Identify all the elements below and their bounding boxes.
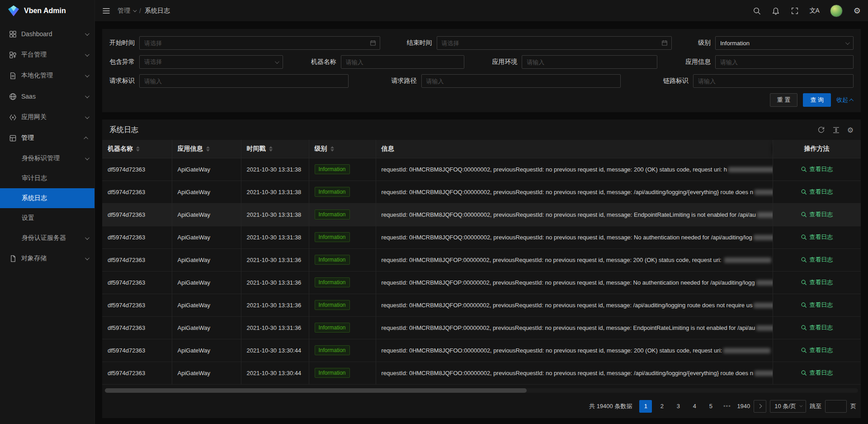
app-root: Vben Admin Dashboard 平台管理	[0, 0, 868, 424]
page-size-select[interactable]: 10 条/页	[770, 400, 806, 413]
pagination-page[interactable]: 1	[639, 400, 652, 413]
sidebar-item-label: 对象存储	[21, 254, 85, 262]
search-icon[interactable]	[753, 7, 761, 15]
refresh-icon[interactable]	[817, 126, 825, 134]
column-header-timestamp[interactable]: 时间戳	[241, 140, 309, 158]
sort-icon[interactable]	[136, 146, 140, 152]
sort-icon[interactable]	[330, 146, 334, 152]
sidebar-item-platform[interactable]: 平台管理	[0, 44, 94, 65]
app-env-input[interactable]	[522, 55, 657, 69]
settings-gear-icon[interactable]: ⚙	[854, 7, 861, 15]
sidebar-item-saas[interactable]: Saas	[0, 86, 94, 107]
pagination-page[interactable]: 4	[688, 400, 701, 413]
table-row: df5974d72363 ApiGateWay 2021-10-30 13:31…	[102, 271, 861, 294]
machine-name-input-box[interactable]	[341, 55, 464, 69]
cell-message: requestId: 0HMCRBM8JQFOQ:00000002, previ…	[376, 226, 773, 248]
sidebar-item-label: 身份认证服务器	[22, 234, 85, 242]
app-env-input-box[interactable]	[522, 55, 657, 69]
pagination-pages: 12345•••1940	[639, 400, 750, 413]
reset-button[interactable]: 重 置	[770, 93, 798, 107]
cell-level: Information	[309, 294, 376, 316]
translate-icon[interactable]: 文A	[810, 7, 819, 15]
sidebar-item-system-log[interactable]: 系统日志	[0, 188, 94, 208]
pagination-next-button[interactable]	[754, 400, 766, 413]
sidebar-item-audit-log[interactable]: 审计日志	[0, 168, 94, 188]
request-path-input[interactable]	[421, 74, 621, 88]
cell-machine-name: df5974d72363	[102, 248, 172, 271]
page-size-value: 10 条/页	[774, 402, 796, 410]
table-row: df5974d72363 ApiGateWay 2021-10-30 13:31…	[102, 203, 861, 226]
jump-page-input[interactable]	[825, 400, 847, 413]
exception-select[interactable]: 请选择	[139, 55, 283, 69]
cell-timestamp: 2021-10-30 13:31:36	[241, 248, 309, 271]
sidebar-item-localization[interactable]: 本地化管理	[0, 65, 94, 86]
pagination-page[interactable]: 5	[704, 400, 717, 413]
column-header-app[interactable]: 应用信息	[172, 140, 241, 158]
redacted-blur	[756, 280, 773, 286]
sidebar-item-gateway[interactable]: 应用网关	[0, 107, 94, 128]
start-time-input[interactable]	[139, 36, 380, 50]
avatar[interactable]	[830, 5, 843, 17]
table-settings-gear-icon[interactable]: ⚙	[847, 127, 854, 134]
end-time-input[interactable]	[437, 36, 672, 50]
sidebar-item-identity-management[interactable]: 身份标识管理	[0, 148, 94, 168]
end-time-input-box[interactable]	[437, 36, 672, 50]
sidebar-item-object-storage[interactable]: 对象存储	[0, 248, 94, 269]
request-id-input[interactable]	[139, 74, 349, 88]
cell-machine-name: df5974d72363	[102, 226, 172, 248]
level-select[interactable]: Information	[715, 36, 854, 50]
pagination-page[interactable]: 3	[672, 400, 684, 413]
view-log-link[interactable]: 查看日志	[801, 324, 833, 332]
view-log-link[interactable]: 查看日志	[801, 256, 833, 264]
view-log-link[interactable]: 查看日志	[801, 210, 833, 219]
cell-app-info: ApiGateWay	[172, 248, 241, 271]
sidebar-item-auth-server[interactable]: 身份认证服务器	[0, 228, 94, 248]
breadcrumb-management[interactable]: 管理	[118, 7, 136, 15]
table-title: 系统日志	[109, 125, 138, 135]
sidebar-item-label: 身份标识管理	[22, 154, 85, 162]
cell-machine-name: df5974d72363	[102, 271, 172, 294]
view-log-link[interactable]: 查看日志	[801, 188, 833, 196]
fullscreen-icon[interactable]	[791, 7, 799, 15]
query-button[interactable]: 查 询	[803, 93, 831, 107]
cell-message: requestId: 0HMCRBM8JQFOP:00000002, previ…	[376, 316, 773, 339]
end-time-label: 结束时间	[407, 39, 432, 47]
start-time-input-box[interactable]	[139, 36, 380, 50]
sidebar-item-settings[interactable]: 设置	[0, 208, 94, 228]
cell-level: Information	[309, 158, 376, 181]
collapse-link[interactable]: 收起	[836, 96, 854, 104]
cell-action: 查看日志	[773, 203, 861, 226]
app-info-input[interactable]	[715, 55, 854, 69]
machine-name-input[interactable]	[341, 55, 464, 69]
request-path-input-box[interactable]	[421, 74, 621, 88]
menu-fold-icon[interactable]	[102, 7, 110, 15]
column-header-level[interactable]: 级别	[309, 140, 376, 158]
log-table-panel: 系统日志 ⚙	[102, 119, 861, 418]
horizontal-scrollbar[interactable]	[105, 388, 858, 393]
sidebar-item-management[interactable]: 管理	[0, 128, 94, 148]
view-log-link[interactable]: 查看日志	[801, 369, 833, 377]
trace-id-input-box[interactable]	[693, 74, 854, 88]
sidebar-item-dashboard[interactable]: Dashboard	[0, 24, 94, 44]
cell-level: Information	[309, 339, 376, 362]
logo[interactable]: Vben Admin	[0, 0, 94, 22]
sort-icon[interactable]	[269, 146, 273, 152]
column-header-machine[interactable]: 机器名称	[102, 140, 172, 158]
view-log-link[interactable]: 查看日志	[801, 301, 833, 309]
cell-action: 查看日志	[773, 339, 861, 362]
request-id-input-box[interactable]	[139, 74, 349, 88]
pagination-ellipsis[interactable]: •••	[721, 400, 733, 413]
view-log-link[interactable]: 查看日志	[801, 233, 833, 241]
sort-icon[interactable]	[206, 146, 210, 152]
pagination-page[interactable]: 2	[656, 400, 668, 413]
view-log-link[interactable]: 查看日志	[801, 165, 833, 173]
redacted-blur	[754, 235, 773, 240]
scrollbar-thumb[interactable]	[105, 388, 527, 393]
view-log-link[interactable]: 查看日志	[801, 346, 833, 354]
view-log-link[interactable]: 查看日志	[801, 278, 833, 286]
column-height-icon[interactable]	[832, 126, 840, 134]
app-info-input-box[interactable]	[715, 55, 854, 69]
trace-id-input[interactable]	[693, 74, 854, 88]
bell-icon[interactable]	[772, 7, 780, 15]
pagination-page[interactable]: 1940	[737, 400, 750, 413]
